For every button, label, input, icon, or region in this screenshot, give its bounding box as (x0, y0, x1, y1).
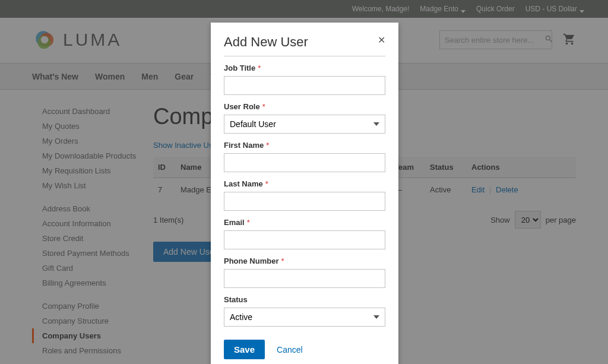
phone-label: Phone Number* (224, 257, 385, 265)
job-title-label: Job Title* (224, 64, 385, 72)
status-label: Status (224, 295, 385, 304)
add-user-modal: Add New User ✕ Job Title* User Role* Def… (211, 23, 398, 364)
modal-title: Add New User (224, 34, 308, 50)
user-role-label: User Role* (224, 102, 385, 111)
cancel-link[interactable]: Cancel (277, 345, 303, 354)
phone-input[interactable] (224, 269, 385, 288)
last-name-input[interactable] (224, 192, 385, 211)
save-button[interactable]: Save (224, 340, 265, 359)
first-name-input[interactable] (224, 153, 385, 172)
email-label: Email* (224, 218, 385, 227)
modal-close-button[interactable]: ✕ (378, 34, 385, 46)
close-icon: ✕ (378, 35, 385, 45)
job-title-input[interactable] (224, 76, 385, 95)
last-name-label: Last Name* (224, 179, 385, 188)
user-role-select[interactable]: Default User (224, 115, 385, 134)
email-input[interactable] (224, 230, 385, 249)
first-name-label: First Name* (224, 141, 385, 150)
status-select[interactable]: Active (224, 308, 385, 327)
